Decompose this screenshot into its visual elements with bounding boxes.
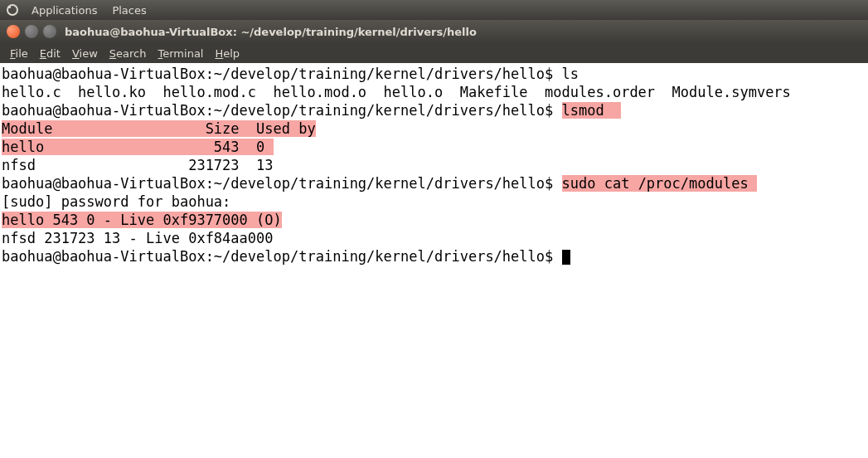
ls-output: hello.c hello.ko hello.mod.c hello.mod.o… <box>2 83 866 101</box>
maximize-icon[interactable] <box>43 25 56 38</box>
sudo-prompt: [sudo] password for baohua: <box>2 192 866 211</box>
menu-search[interactable]: Search <box>104 46 152 61</box>
menu-help[interactable]: Help <box>210 46 245 61</box>
gnome-top-panel: Applications Places <box>0 0 868 20</box>
cmd-cat: sudo cat /proc/modules <box>562 175 757 192</box>
prompt: baohua@baohua-VirtualBox:~/develop/train… <box>2 175 562 192</box>
places-menu[interactable]: Places <box>105 4 153 17</box>
cursor-icon <box>562 250 570 265</box>
close-icon[interactable] <box>7 25 20 38</box>
window-controls <box>7 25 56 38</box>
menu-edit[interactable]: Edit <box>35 46 65 61</box>
window-title: baohua@baohua-VirtualBox: ~/develop/trai… <box>65 26 477 38</box>
proc-hello: hello 543 0 - Live 0xf9377000 (O) <box>2 212 282 228</box>
prompt: baohua@baohua-VirtualBox:~/develop/train… <box>2 248 562 265</box>
prompt: baohua@baohua-VirtualBox:~/develop/train… <box>2 102 562 119</box>
title-bar[interactable]: baohua@baohua-VirtualBox: ~/develop/trai… <box>0 20 868 43</box>
cmd-lsmod: lsmod <box>562 102 622 119</box>
menu-bar: File Edit View Search Terminal Help <box>0 43 868 63</box>
lsmod-header: Module Size Used by <box>2 120 316 137</box>
menu-file[interactable]: File <box>5 46 33 61</box>
lsmod-row-nfsd: nfsd 231723 13 <box>2 156 866 174</box>
menu-terminal[interactable]: Terminal <box>153 46 209 61</box>
ubuntu-logo-icon <box>7 4 18 16</box>
minimize-icon[interactable] <box>25 25 38 38</box>
applications-menu[interactable]: Applications <box>25 4 104 17</box>
proc-nfsd: nfsd 231723 13 - Live 0xf84aa000 <box>2 229 866 247</box>
menu-view[interactable]: View <box>67 46 103 61</box>
terminal-window: baohua@baohua-VirtualBox: ~/develop/trai… <box>0 20 868 458</box>
cmd-ls: ls <box>562 66 579 82</box>
lsmod-row-hello: hello 543 0 <box>2 139 274 155</box>
terminal-content[interactable]: baohua@baohua-VirtualBox:~/develop/train… <box>0 63 868 458</box>
prompt: baohua@baohua-VirtualBox:~/develop/train… <box>2 66 562 82</box>
